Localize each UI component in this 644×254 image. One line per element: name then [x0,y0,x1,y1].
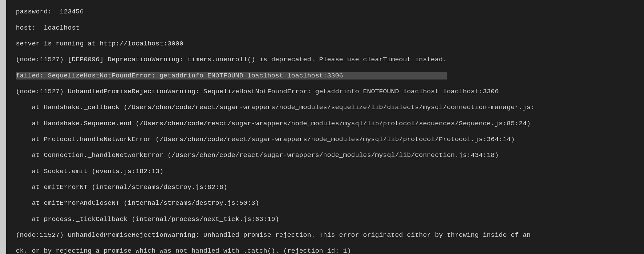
terminal-text: at Socket.emit (events.js:182:13) [16,168,163,175]
terminal-line: ck, or by rejecting a promise which was … [16,247,644,254]
terminal-text-selected: failed: SequelizeHostNotFoundError: geta… [16,72,447,80]
terminal-line: (node:11527) [DEP0096] DeprecationWarnin… [16,56,644,64]
terminal-line: at Socket.emit (events.js:182:13) [16,168,644,176]
terminal-line: at Handshake._callback (/Users/chen/code… [16,104,644,112]
terminal-text: at process._tickCallback (internal/proce… [16,215,279,223]
terminal-text: at Protocol.handleNetworkError (/Users/c… [16,136,515,143]
terminal-text: at Connection._handleNetworkError (/User… [16,151,499,159]
terminal-line: at Connection._handleNetworkError (/User… [16,151,644,159]
terminal-line: at Protocol.handleNetworkError (/Users/c… [16,136,644,144]
terminal-line: at emitErrorAndCloseNT (internal/streams… [16,199,644,207]
terminal-text: password: 123456 [16,8,84,15]
terminal-text: at emitErrorAndCloseNT (internal/streams… [16,199,259,207]
terminal-line: at Handshake.Sequence.end (/Users/chen/c… [16,120,644,128]
terminal-line: (node:11527) UnhandledPromiseRejectionWa… [16,88,644,96]
terminal-line: server is running at http://localhost:30… [16,40,644,48]
terminal-text: server is running at http://localhost:30… [16,40,183,47]
terminal-line: password: 123456 [16,8,644,16]
terminal-line: at emitErrorNT (internal/streams/destroy… [16,183,644,191]
terminal-text: (node:11527) UnhandledPromiseRejectionWa… [16,88,499,95]
terminal-output[interactable]: password: 123456 host: loaclhost server … [6,0,644,254]
terminal-line-selected: failed: SequelizeHostNotFoundError: geta… [16,72,644,80]
terminal-line: (node:11527) UnhandledPromiseRejectionWa… [16,231,644,239]
terminal-line: at process._tickCallback (internal/proce… [16,215,644,223]
terminal-text: host: loaclhost [16,24,80,32]
terminal-line: host: loaclhost [16,24,644,32]
terminal-text: (node:11527) UnhandledPromiseRejectionWa… [16,231,531,239]
terminal-text: at Handshake._callback (/Users/chen/code… [16,104,535,111]
terminal-text: ck, or by rejecting a promise which was … [16,247,351,254]
terminal-text: at Handshake.Sequence.end (/Users/chen/c… [16,120,531,127]
terminal-text: (node:11527) [DEP0096] DeprecationWarnin… [16,56,447,63]
terminal-text: at emitErrorNT (internal/streams/destroy… [16,183,227,191]
scrollbar-gutter[interactable] [0,0,6,254]
